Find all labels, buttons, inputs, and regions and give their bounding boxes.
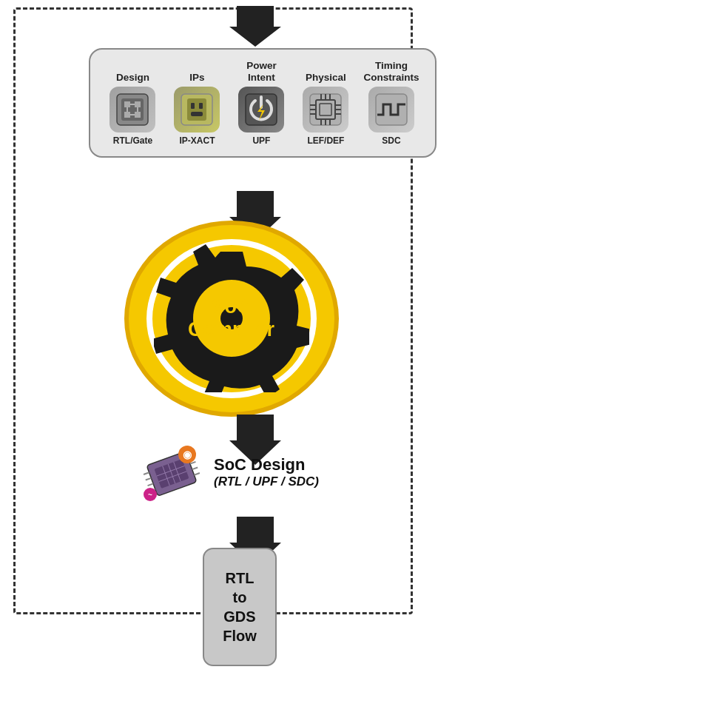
svg-line-51: [192, 467, 198, 469]
svg-text:~: ~: [148, 491, 152, 499]
svg-rect-14: [199, 103, 203, 109]
physical-label-bottom: LEF/DEF: [307, 135, 344, 146]
input-ips: IPs IP-XACT: [170, 72, 223, 146]
power-label-bottom: UPF: [252, 135, 270, 146]
soc-design-title: SoC Design: [214, 455, 319, 474]
rtl-gds-line1: RTL: [223, 568, 257, 588]
rtl-gds-text: RTL to GDS Flow: [223, 568, 257, 645]
svg-rect-4: [135, 101, 141, 107]
timing-label-bottom: SDC: [382, 135, 400, 146]
svg-rect-12: [187, 98, 206, 121]
svg-line-47: [148, 483, 154, 486]
timing-icon: [368, 87, 414, 132]
svg-marker-0: [229, 6, 281, 47]
soc-design: ◉ ~ SoC Design (RTL / UPF / SDC): [137, 443, 319, 502]
diagram-container: Design RTL/Gate IPs: [0, 0, 728, 718]
input-physical: Physical: [299, 72, 352, 146]
ips-icon: [174, 87, 220, 132]
rtl-gds-box: RTL to GDS Flow: [203, 548, 277, 666]
physical-icon: [303, 87, 348, 132]
power-icon: [238, 87, 284, 132]
ips-label-bottom: IP-XACT: [179, 135, 215, 146]
design-icon: [109, 87, 155, 132]
svg-rect-15: [191, 112, 203, 116]
rtl-gds-line3: GDS: [223, 607, 257, 626]
rtl-gds-line4: Flow: [223, 626, 257, 645]
svg-line-45: [144, 472, 149, 474]
soc-inner-circle: SoC Compiler: [146, 239, 317, 398]
soc-design-text: SoC Design (RTL / UPF / SDC): [214, 455, 319, 489]
ips-label-top: IPs: [189, 72, 204, 84]
physical-label-top: Physical: [306, 72, 346, 84]
svg-rect-13: [191, 103, 195, 109]
svg-line-52: [194, 473, 200, 475]
input-power: Power Intent UPF: [235, 60, 288, 146]
svg-rect-5: [124, 112, 130, 118]
soc-line2: Compiler: [188, 318, 274, 341]
input-design: Design RTL/Gate: [106, 72, 159, 146]
rtl-gds-line2: to: [223, 588, 257, 607]
top-arrow: [229, 6, 281, 47]
design-label-top: Design: [116, 72, 149, 84]
design-label-bottom: RTL/Gate: [113, 135, 152, 146]
svg-rect-6: [135, 112, 141, 118]
inputs-box: Design RTL/Gate IPs: [89, 48, 437, 158]
timing-label-top: Timing Constraints: [363, 60, 419, 84]
input-timing: Timing Constraints SDC: [363, 60, 419, 146]
soc-line1: SoC: [188, 295, 274, 318]
gear-container: SoC Compiler: [154, 244, 309, 392]
svg-text:◉: ◉: [183, 449, 192, 460]
soc-compiler: SoC Compiler: [122, 218, 340, 418]
power-label-top: Power Intent: [246, 60, 277, 84]
soc-design-icon: ◉ ~: [137, 443, 203, 502]
svg-rect-3: [124, 101, 130, 107]
svg-line-46: [146, 478, 152, 480]
soc-design-subtitle: (RTL / UPF / SDC): [214, 474, 319, 489]
soc-outer-ring: SoC Compiler: [124, 221, 339, 417]
